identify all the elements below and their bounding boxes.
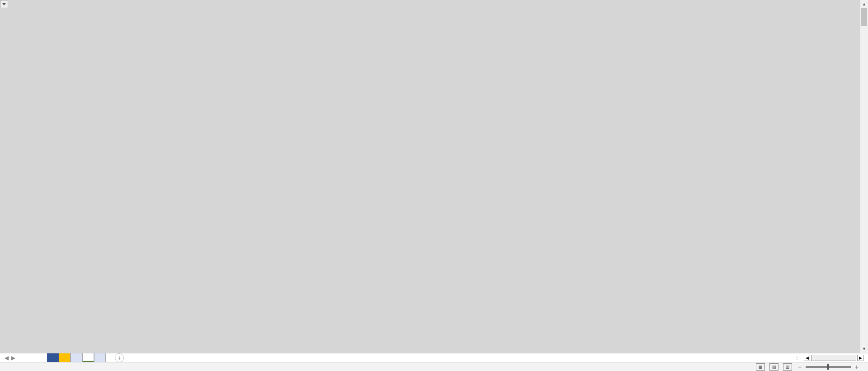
scroll-thumb[interactable] xyxy=(861,8,867,26)
zoom-in-button[interactable]: + xyxy=(854,363,860,371)
tab-nav: ◀ ▶ xyxy=(0,355,20,361)
cell-dropdown-button[interactable] xyxy=(0,0,8,8)
sheet-tabs-bar: ◀ ▶ + ⋮ ◀ ▶ xyxy=(0,353,868,362)
tab-next-icon[interactable]: ▶ xyxy=(11,355,15,361)
tab-example[interactable] xyxy=(71,353,82,362)
hscroll-right-button[interactable]: ▶ xyxy=(857,355,863,361)
view-page-layout-button[interactable]: ▤ xyxy=(769,363,778,371)
hscroll-left-button[interactable]: ◀ xyxy=(804,355,810,361)
horizontal-scrollbar[interactable]: ◀ ▶ xyxy=(804,355,863,361)
zoom-thumb[interactable] xyxy=(827,364,829,370)
spreadsheet-area xyxy=(0,0,868,353)
add-sheet-button[interactable]: + xyxy=(115,353,124,362)
scroll-up-button[interactable]: ▲ xyxy=(860,0,868,8)
tabs-container: + xyxy=(47,353,124,362)
status-bar: ▦ ▤ ▥ − + xyxy=(0,362,868,371)
view-page-break-button[interactable]: ▥ xyxy=(783,363,792,371)
view-normal-button[interactable]: ▦ xyxy=(756,363,765,371)
tab-config[interactable] xyxy=(47,353,59,362)
tab-prev-icon[interactable]: ◀ xyxy=(5,355,9,361)
zoom-slider[interactable]: − + xyxy=(797,363,860,371)
tab-grip-icon: ⋮ xyxy=(795,355,800,360)
scroll-down-button[interactable]: ▼ xyxy=(860,345,868,353)
tab-example-relationship[interactable] xyxy=(94,353,106,362)
zoom-track[interactable] xyxy=(806,366,851,368)
vertical-scrollbar[interactable]: ▲ ▼ xyxy=(860,0,868,353)
tab-concept[interactable] xyxy=(59,353,71,362)
tab-concept-relationship[interactable] xyxy=(82,353,94,362)
zoom-out-button[interactable]: − xyxy=(797,363,803,371)
hscroll-track[interactable] xyxy=(811,355,856,361)
